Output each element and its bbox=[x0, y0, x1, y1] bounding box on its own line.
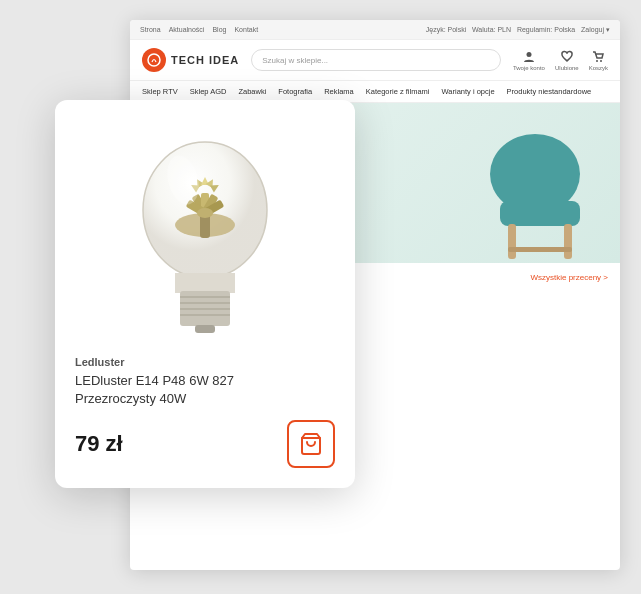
led-bulb-svg bbox=[125, 125, 285, 335]
nav-reklama[interactable]: Reklama bbox=[324, 87, 354, 96]
user-account-icon[interactable]: Twoje konto bbox=[513, 50, 545, 71]
cart-button-icon bbox=[299, 432, 323, 456]
cart-icon[interactable]: Koszyk bbox=[589, 50, 608, 71]
logo-bar: TECH IDEA Szukaj w sklepie... Twoje kont… bbox=[130, 40, 620, 81]
top-nav-aktualnosci[interactable]: Aktualności bbox=[169, 26, 205, 33]
svg-rect-38 bbox=[195, 325, 215, 333]
top-bar: Strona Aktualności Blog Kontakt Język: P… bbox=[130, 20, 620, 40]
nav-kategorie[interactable]: Kategorie z filmami bbox=[366, 87, 430, 96]
nav-zabawki[interactable]: Zabawki bbox=[238, 87, 266, 96]
promo-all-link[interactable]: Wszystkie przeceny > bbox=[530, 273, 608, 282]
svg-point-1 bbox=[526, 52, 531, 57]
language-selector[interactable]: Język: Polski Waluta: PLN Regulamin: Pol… bbox=[426, 26, 610, 34]
svg-rect-32 bbox=[175, 273, 235, 293]
product-brand: Ledluster bbox=[75, 356, 335, 368]
svg-rect-8 bbox=[508, 247, 572, 252]
svg-point-2 bbox=[596, 60, 598, 62]
logo-text: TECH IDEA bbox=[171, 54, 239, 66]
svg-rect-7 bbox=[564, 224, 572, 259]
top-nav-kontakt[interactable]: Kontakt bbox=[234, 26, 258, 33]
product-image bbox=[75, 120, 335, 340]
logo[interactable]: TECH IDEA bbox=[142, 48, 239, 72]
add-to-cart-button[interactable] bbox=[287, 420, 335, 468]
header-icons: Twoje konto Ulubione Koszyk bbox=[513, 50, 608, 71]
logo-icon bbox=[142, 48, 166, 72]
svg-point-3 bbox=[600, 60, 602, 62]
nav-sklep-rtv[interactable]: Sklep RTV bbox=[142, 87, 178, 96]
nav-fotografia[interactable]: Fotografia bbox=[278, 87, 312, 96]
nav-sklep-agd[interactable]: Sklep AGD bbox=[190, 87, 227, 96]
search-placeholder: Szukaj w sklepie... bbox=[262, 56, 328, 65]
nav-warianty[interactable]: Warianty i opcje bbox=[442, 87, 495, 96]
top-nav-blog[interactable]: Blog bbox=[212, 26, 226, 33]
wishlist-icon[interactable]: Ulubione bbox=[555, 50, 579, 71]
product-footer: 79 zł bbox=[75, 420, 335, 468]
svg-rect-6 bbox=[508, 224, 516, 259]
product-name: LEDluster E14 P48 6W 827 Przezroczysty 4… bbox=[75, 372, 335, 408]
svg-rect-5 bbox=[500, 201, 580, 226]
product-card: Ledluster LEDluster E14 P48 6W 827 Przez… bbox=[55, 100, 355, 488]
top-nav-strona[interactable]: Strona bbox=[140, 26, 161, 33]
nav-niestandardowe[interactable]: Produkty niestandardowe bbox=[507, 87, 592, 96]
product-price: 79 zł bbox=[75, 431, 123, 457]
svg-point-31 bbox=[197, 208, 213, 218]
search-bar[interactable]: Szukaj w sklepie... bbox=[251, 49, 501, 71]
